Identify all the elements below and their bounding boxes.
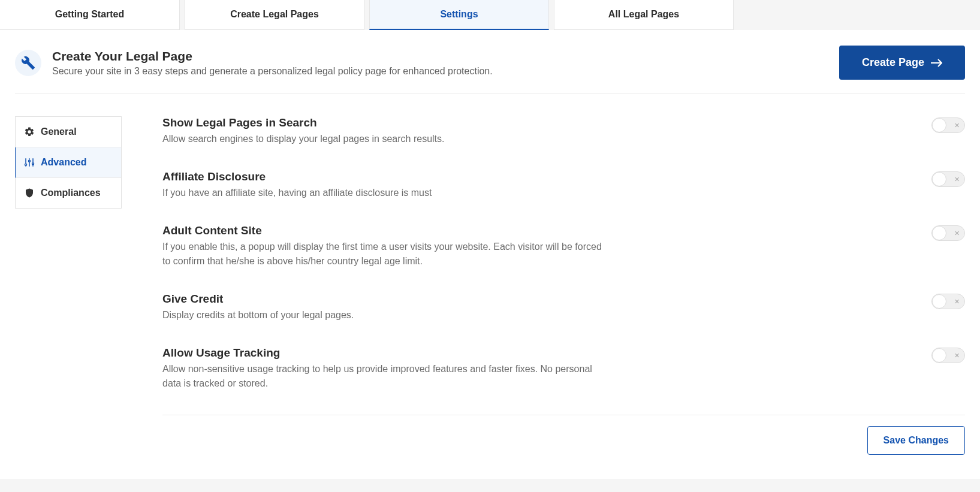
arrow-right-icon bbox=[930, 59, 942, 67]
x-icon: ✕ bbox=[954, 230, 960, 237]
sidebar-item-compliances[interactable]: Compliances bbox=[16, 178, 121, 208]
toggle-knob bbox=[932, 294, 946, 309]
setting-title: Adult Content Site bbox=[162, 224, 606, 237]
tab-create-legal-pages[interactable]: Create Legal Pages bbox=[185, 0, 364, 30]
settings-content: Show Legal Pages in Search Allow search … bbox=[122, 116, 965, 455]
setting-title: Allow Usage Tracking bbox=[162, 346, 606, 360]
header-text: Create Your Legal Page Secure your site … bbox=[52, 49, 493, 77]
x-icon: ✕ bbox=[954, 298, 960, 306]
toggle-give-credit[interactable]: ✕ bbox=[931, 294, 965, 309]
save-changes-button[interactable]: Save Changes bbox=[867, 426, 965, 455]
tab-all-legal-pages[interactable]: All Legal Pages bbox=[554, 0, 734, 30]
top-tabs: Getting Started Create Legal Pages Setti… bbox=[0, 0, 980, 30]
setting-affiliate-disclosure: Affiliate Disclosure If you have an affi… bbox=[162, 170, 965, 200]
setting-show-in-search: Show Legal Pages in Search Allow search … bbox=[162, 116, 965, 146]
tab-getting-started[interactable]: Getting Started bbox=[0, 0, 180, 30]
content-footer: Save Changes bbox=[162, 415, 965, 455]
setting-usage-tracking: Allow Usage Tracking Allow non-sensitive… bbox=[162, 346, 965, 391]
svg-point-4 bbox=[29, 160, 31, 162]
sidebar-label: Advanced bbox=[41, 157, 86, 168]
sidebar-item-advanced[interactable]: Advanced bbox=[15, 147, 121, 178]
page-subtitle: Secure your site in 3 easy steps and gen… bbox=[52, 66, 493, 77]
setting-desc: Display credits at bottom of your legal … bbox=[162, 308, 606, 322]
header-left: Create Your Legal Page Secure your site … bbox=[15, 49, 493, 77]
settings-sidebar: General Advanced Compliances bbox=[15, 116, 122, 209]
x-icon: ✕ bbox=[954, 122, 960, 129]
setting-title: Give Credit bbox=[162, 292, 606, 306]
shield-icon bbox=[24, 188, 35, 198]
body-row: General Advanced Compliances bbox=[15, 116, 965, 455]
toggle-knob bbox=[932, 118, 946, 132]
sidebar-item-general[interactable]: General bbox=[16, 117, 121, 147]
sliders-icon bbox=[24, 157, 35, 168]
x-icon: ✕ bbox=[954, 176, 960, 183]
toggle-knob bbox=[932, 226, 946, 240]
tab-settings[interactable]: Settings bbox=[369, 0, 549, 30]
sidebar-label: General bbox=[41, 126, 77, 137]
toggle-knob bbox=[932, 172, 946, 186]
setting-title: Show Legal Pages in Search bbox=[162, 116, 606, 129]
setting-adult-content: Adult Content Site If you enable this, a… bbox=[162, 224, 965, 268]
x-icon: ✕ bbox=[954, 352, 960, 360]
gear-icon bbox=[24, 126, 35, 137]
svg-point-1 bbox=[25, 164, 27, 165]
page-body: Create Your Legal Page Secure your site … bbox=[0, 30, 980, 479]
toggle-show-in-search[interactable]: ✕ bbox=[931, 117, 965, 133]
setting-desc: If you have an affiliate site, having an… bbox=[162, 186, 606, 200]
setting-give-credit: Give Credit Display credits at bottom of… bbox=[162, 292, 965, 322]
wrench-icon bbox=[15, 50, 41, 76]
create-page-button[interactable]: Create Page bbox=[839, 46, 965, 80]
setting-desc: Allow non-sensitive usage tracking to he… bbox=[162, 362, 606, 391]
toggle-knob bbox=[932, 348, 946, 363]
toggle-affiliate-disclosure[interactable]: ✕ bbox=[931, 171, 965, 187]
setting-title: Affiliate Disclosure bbox=[162, 170, 606, 183]
create-page-label: Create Page bbox=[862, 56, 924, 69]
sidebar-label: Compliances bbox=[41, 188, 101, 198]
toggle-adult-content[interactable]: ✕ bbox=[931, 225, 965, 241]
setting-desc: If you enable this, a popup will display… bbox=[162, 240, 606, 268]
toggle-usage-tracking[interactable]: ✕ bbox=[931, 348, 965, 363]
setting-desc: Allow search engines to display your leg… bbox=[162, 132, 606, 146]
page-title: Create Your Legal Page bbox=[52, 49, 493, 64]
header-row: Create Your Legal Page Secure your site … bbox=[15, 42, 965, 93]
svg-point-7 bbox=[32, 163, 34, 165]
